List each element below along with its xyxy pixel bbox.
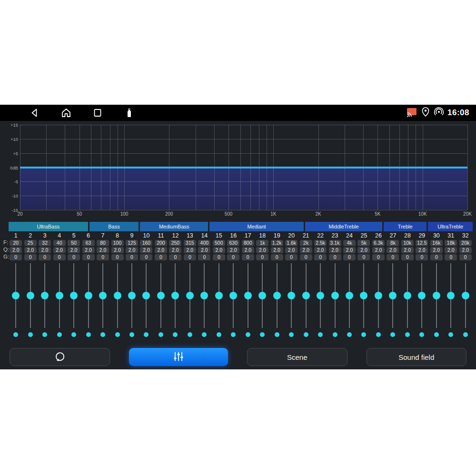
slider-knob[interactable] [171,292,179,299]
slider-knob[interactable] [70,292,78,299]
gain-slider[interactable] [23,263,37,337]
slider-track[interactable] [160,263,161,328]
slider-knob[interactable] [27,292,34,299]
slider-track[interactable] [450,263,451,328]
slider-knob[interactable] [215,292,223,299]
slider-track[interactable] [218,263,219,328]
slider-track[interactable] [306,263,307,328]
gain-slider[interactable] [96,263,110,337]
slider-knob[interactable] [142,292,150,299]
gain-slider[interactable] [327,263,342,337]
slider-track[interactable] [233,263,234,328]
slider-knob[interactable] [200,292,208,299]
slider-knob[interactable] [389,292,397,299]
gain-slider[interactable] [241,263,255,337]
slider-track[interactable] [248,263,248,328]
slider-track[interactable] [30,263,31,328]
slider-track[interactable] [407,263,408,328]
gain-slider[interactable] [9,263,23,337]
gain-slider[interactable] [67,263,81,337]
slider-track[interactable] [204,263,205,328]
slider-track[interactable] [291,263,292,328]
gain-slider[interactable] [284,263,298,337]
slider-track[interactable] [436,263,437,328]
slider-knob[interactable] [186,292,194,299]
gain-slider[interactable] [342,263,357,337]
gain-slider[interactable] [38,263,52,337]
slider-track[interactable] [277,263,278,328]
gain-slider[interactable] [212,263,226,337]
slider-track[interactable] [117,263,118,328]
gain-slider[interactable] [168,263,182,337]
slider-track[interactable] [392,263,393,328]
slider-track[interactable] [363,263,364,328]
gain-slider[interactable] [357,263,371,337]
gain-slider[interactable] [81,263,95,337]
slider-track[interactable] [73,263,74,328]
gain-slider[interactable] [429,263,444,337]
slider-track[interactable] [175,263,176,328]
reset-button[interactable] [10,348,110,366]
slider-knob[interactable] [346,292,353,299]
gain-slider[interactable] [110,263,124,337]
slider-knob[interactable] [56,292,63,299]
gain-slider[interactable] [371,263,386,337]
slider-knob[interactable] [157,292,165,299]
gain-slider[interactable] [125,263,139,337]
slider-track[interactable] [262,263,263,328]
back-icon[interactable] [29,107,40,119]
gain-slider[interactable] [269,263,284,337]
slider-track[interactable] [88,263,89,328]
slider-track[interactable] [320,263,321,328]
slider-knob[interactable] [360,292,367,299]
gain-slider[interactable] [255,263,269,337]
slider-knob[interactable] [99,292,107,299]
recents-icon[interactable] [92,107,103,119]
slider-knob[interactable] [331,292,339,299]
home-icon[interactable] [60,107,72,119]
slider-knob[interactable] [41,292,49,299]
gain-slider[interactable] [415,263,429,337]
slider-knob[interactable] [12,292,20,299]
slider-knob[interactable] [85,292,92,299]
gain-slider[interactable] [313,263,327,337]
slider-knob[interactable] [288,292,295,299]
slider-knob[interactable] [229,292,237,299]
slider-knob[interactable] [128,292,136,299]
usb-device-icon[interactable] [123,107,135,119]
slider-track[interactable] [102,263,103,328]
slider-knob[interactable] [375,292,382,299]
gain-slider[interactable] [139,263,153,337]
slider-knob[interactable] [273,292,281,299]
slider-track[interactable] [378,263,379,328]
slider-track[interactable] [59,263,60,328]
gain-slider[interactable] [197,263,211,337]
gain-slider[interactable] [400,263,415,337]
slider-track[interactable] [44,263,45,328]
slider-knob[interactable] [114,292,121,299]
scene-button[interactable]: Scene [247,348,347,366]
slider-track[interactable] [349,263,350,328]
gain-slider[interactable] [183,263,197,337]
slider-knob[interactable] [418,292,426,299]
slider-knob[interactable] [244,292,252,299]
gain-slider[interactable] [298,263,313,337]
slider-track[interactable] [189,263,190,328]
gain-slider[interactable] [386,263,400,337]
gain-slider[interactable] [444,263,458,337]
gain-slider[interactable] [458,263,473,337]
slider-track[interactable] [146,263,147,328]
slider-knob[interactable] [302,292,310,299]
gain-slider[interactable] [154,263,168,337]
slider-knob[interactable] [258,292,266,299]
equalizer-tab-button[interactable] [129,348,228,366]
slider-knob[interactable] [404,292,411,299]
slider-knob[interactable] [462,292,469,299]
slider-knob[interactable] [317,292,324,299]
sound-field-button[interactable]: Sound field [367,348,467,366]
gain-slider[interactable] [52,263,66,337]
slider-track[interactable] [465,263,466,328]
slider-track[interactable] [131,263,132,328]
slider-knob[interactable] [447,292,455,299]
slider-track[interactable] [335,263,336,328]
